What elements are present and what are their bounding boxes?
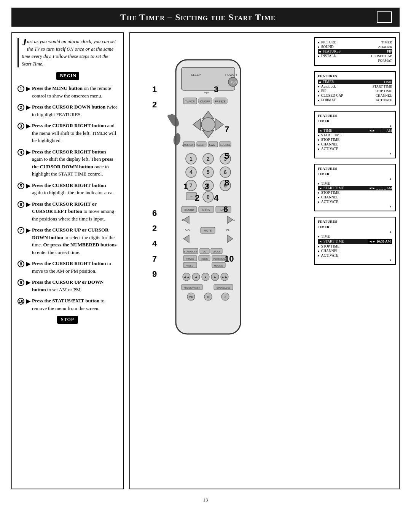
- svg-text:BACK SURR: BACK SURR: [182, 144, 196, 146]
- svg-text:II: II: [207, 295, 209, 299]
- svg-text:OPEN/CLOSE: OPEN/CLOSE: [217, 287, 230, 289]
- panel-5-arrow-up: ▲: [318, 230, 392, 233]
- svg-text:PERSONAL: PERSONAL: [213, 258, 226, 260]
- panel-4-channel: ● CHANNEL: [318, 195, 392, 200]
- step-5: 5▶ Press the CURSOR RIGHT button again t…: [18, 182, 118, 197]
- remote-svg: SLEEP POWER PWR PIP TV/VCR ON/OFF FREEZE: [153, 56, 263, 368]
- panel-5-arrow-down: ▼: [318, 259, 392, 262]
- step-6-circle: 6: [18, 201, 24, 208]
- step-1-circle: 1: [18, 85, 24, 92]
- svg-text:POWER: POWER: [225, 73, 237, 77]
- svg-text:2: 2: [207, 156, 210, 162]
- svg-text:–: –: [182, 236, 184, 241]
- panel-3-starttime: ● START TIME: [318, 133, 392, 137]
- page-number: 13: [11, 497, 400, 503]
- panel-3-stoptime: ● STOP TIME: [318, 137, 392, 142]
- step-3-circle: 3: [18, 123, 24, 129]
- svg-text:►: ►: [213, 275, 217, 279]
- svg-text:–: –: [233, 236, 235, 241]
- step-6-text: Press the CURSOR RIGHT or CURSOR LEFT bu…: [32, 200, 118, 223]
- svg-text:CC: CC: [203, 251, 206, 253]
- panel-4-stoptime: ● STOP TIME: [318, 190, 392, 195]
- step-2-text: Press the CURSOR DOWN button twice to hi…: [32, 103, 118, 118]
- step-7-circle: 7: [18, 227, 24, 234]
- step-8: 8▶ Press the CURSOR RIGHT button to move…: [18, 260, 118, 275]
- svg-text:9: 9: [224, 182, 227, 189]
- panel-3: FEATURES TIMER ▲ ◄ TIME ◄► _ _:_ _ AM ● …: [314, 111, 396, 158]
- step-2-circle: 2: [18, 104, 24, 111]
- step-6: 6▶ Press the CURSOR RIGHT or CURSOR LEFT…: [18, 200, 118, 223]
- svg-text:+: +: [233, 218, 235, 222]
- panel-4-arrow-up: ▲: [318, 177, 392, 181]
- panel-3-time: ◄ TIME ◄► _ _:_ _ AM: [318, 128, 392, 133]
- svg-text:●: ●: [204, 275, 206, 279]
- step-9-text: Press the CURSOR UP or DOWN button to se…: [32, 278, 118, 293]
- svg-text:SOUND: SOUND: [184, 208, 194, 211]
- svg-text:PWR: PWR: [231, 81, 238, 84]
- panel-3-channel: ● CHANNEL: [318, 142, 392, 147]
- panel-2-autolock: ● AutoLock START TIME: [318, 84, 392, 89]
- step-3: 3▶ Press the CURSOR RIGHT button and the…: [18, 122, 118, 144]
- svg-text:STATUS/EXIT: STATUS/EXIT: [184, 251, 198, 253]
- svg-text:MUTE: MUTE: [204, 229, 212, 232]
- svg-text:SWAP: SWAP: [209, 144, 217, 146]
- panel-2-pip: ● PIP STOP TIME: [318, 89, 392, 93]
- svg-text:MOVIES: MOVIES: [214, 265, 223, 267]
- svg-text:ON/OFF: ON/OFF: [200, 100, 210, 103]
- step-8-circle: 8: [18, 260, 24, 267]
- panel-1-format: FORMAT: [318, 58, 392, 63]
- panel-3-arrow-down: ▼: [318, 152, 392, 155]
- panel-1-picture: ● PICTURE TIMER: [318, 40, 392, 45]
- svg-text:–: –: [190, 194, 193, 198]
- svg-text:○: ○: [224, 295, 226, 299]
- title-bar: The Timer – Setting the Start Time: [11, 8, 400, 27]
- svg-text:8: 8: [207, 182, 210, 189]
- step-10-circle: 10: [18, 298, 24, 305]
- svg-text:►►: ►►: [221, 275, 228, 279]
- panel-5-channel: ● CHANNEL: [318, 249, 392, 253]
- instructions-panel: Just as you would an alarm clock, you ca…: [11, 32, 124, 489]
- svg-text:MENU: MENU: [202, 208, 210, 211]
- svg-text:CH: CH: [226, 228, 231, 232]
- step-4-text: Press the CURSOR RIGHT button again to s…: [32, 148, 118, 178]
- panel-2-title: FEATURES: [318, 74, 392, 78]
- panel-2: FEATURES ◆ TIMER TIME ● AutoLock START T…: [314, 71, 396, 105]
- svg-point-17: [201, 118, 215, 131]
- panel-4-sub: TIMER: [318, 172, 392, 176]
- step-7: 7▶ Press the CURSOR UP or CURSOR DOWN bu…: [18, 226, 118, 256]
- svg-rect-1: [182, 67, 235, 90]
- svg-text:PROGRAM LIST: PROGRAM LIST: [184, 287, 200, 289]
- panel-5-title: FEATURES: [318, 220, 392, 224]
- svg-text:HOME: HOME: [201, 258, 208, 260]
- panel-1-install: ● INSTALL CLOSED CAP: [318, 54, 392, 58]
- drop-cap: J: [22, 38, 27, 46]
- svg-text:SLEEP: SLEEP: [198, 144, 206, 146]
- panel-3-activate: ● ACTIVATE: [318, 147, 392, 151]
- begin-badge: BEGIN: [56, 72, 79, 80]
- svg-text:4: 4: [190, 169, 193, 175]
- panel-5-stoptime: ● STOP TIME: [318, 244, 392, 249]
- panel-4-title: FEATURES: [318, 167, 392, 171]
- svg-text:◄◄: ◄◄: [183, 275, 190, 279]
- panel-2-timer: ◆ TIMER TIME: [318, 80, 392, 84]
- step-10: 10▶ Press the STATUS/EXIT button to remo…: [18, 297, 118, 312]
- stop-badge: STOP: [57, 316, 78, 324]
- main-content: Just as you would an alarm clock, you ca…: [11, 32, 400, 489]
- step-4-circle: 4: [18, 149, 24, 156]
- panel-2-closedcap: ● CLOSED CAP CHANNEL: [318, 93, 392, 98]
- panel-1: ● PICTURE TIMER ● SOUND AutoLock ◆ FEATU…: [314, 37, 396, 66]
- step-9-circle: 9: [18, 279, 24, 286]
- panel-3-sub: TIMER: [318, 119, 392, 123]
- panel-3-title: FEATURES: [318, 114, 392, 118]
- panel-4-activate: ● ACTIVATE: [318, 200, 392, 204]
- panel-4-time: ● TIME: [318, 181, 392, 186]
- page-title: The Timer – Setting the Start Time: [19, 12, 377, 22]
- svg-text:◄: ◄: [194, 275, 198, 279]
- svg-text:+: +: [182, 218, 184, 222]
- step-9: 9▶ Press the CURSOR UP or DOWN button to…: [18, 278, 118, 293]
- step-10-text: Press the STATUS/EXIT button to remove t…: [32, 297, 118, 312]
- remote-control-diagram: SLEEP POWER PWR PIP TV/VCR ON/OFF FREEZE: [153, 56, 263, 368]
- diagram-panel: SLEEP POWER PWR PIP TV/VCR ON/OFF FREEZE: [129, 32, 400, 489]
- svg-text:6: 6: [224, 169, 227, 175]
- svg-text:CLOCK: CLOCK: [213, 251, 221, 253]
